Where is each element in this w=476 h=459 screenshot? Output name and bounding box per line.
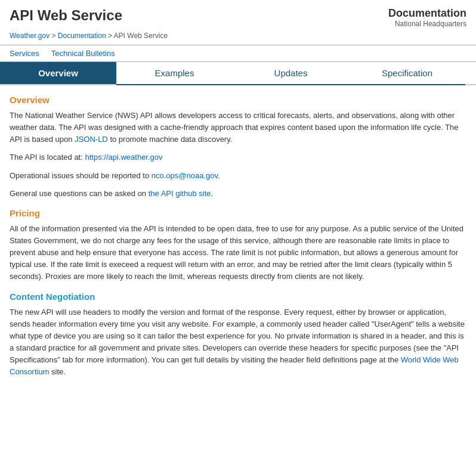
overview-para3: Operational issues should be reported to… (10, 170, 466, 182)
overview-section: Overview The National Weather Service (N… (10, 95, 466, 200)
content-negotiation-section: Content Negotiation The new API will use… (10, 291, 466, 379)
tab-bar: Overview Examples Updates Specification (0, 62, 476, 85)
breadcrumb: Weather.gov > Documentation > API Web Se… (0, 32, 476, 45)
overview-para4: General use questions can be asked on th… (10, 188, 466, 200)
nav-bar: Services Technical Bulletins (0, 45, 476, 62)
main-content: Overview The National Weather Service (N… (0, 85, 476, 396)
tab-examples[interactable]: Examples (116, 62, 233, 85)
page-title: API Web Service (10, 7, 122, 24)
nav-services[interactable]: Services (10, 49, 39, 58)
tab-overview[interactable]: Overview (0, 62, 116, 84)
overview-title: Overview (10, 95, 466, 105)
content-negotiation-para: The new API will use headers to modify t… (10, 306, 466, 379)
header-right: Documentation National Headquarters (388, 7, 466, 28)
pricing-section: Pricing All of the information presented… (10, 208, 466, 283)
breadcrumb-weather-gov[interactable]: Weather.gov (10, 32, 50, 40)
github-link[interactable]: the API github site (149, 189, 211, 198)
nav-technical-bulletins[interactable]: Technical Bulletins (51, 49, 115, 58)
breadcrumb-documentation[interactable]: Documentation (58, 32, 106, 40)
ops-email-link[interactable]: nco.ops@noaa.gov (152, 171, 218, 180)
page-header: API Web Service Documentation National H… (0, 0, 476, 32)
jsonld-link[interactable]: JSON-LD (75, 135, 108, 144)
tab-specification[interactable]: Specification (349, 62, 465, 85)
overview-para1: The National Weather Service (NWS) API a… (10, 110, 466, 145)
api-url-link[interactable]: https://api.weather.gov (85, 153, 162, 162)
overview-para2: The API is located at: https://api.weath… (10, 151, 466, 163)
tab-updates[interactable]: Updates (233, 62, 349, 85)
content-negotiation-title: Content Negotiation (10, 291, 466, 302)
pricing-title: Pricing (10, 208, 466, 218)
pricing-para: All of the information presented via the… (10, 223, 466, 283)
breadcrumb-current: API Web Service (114, 32, 168, 40)
